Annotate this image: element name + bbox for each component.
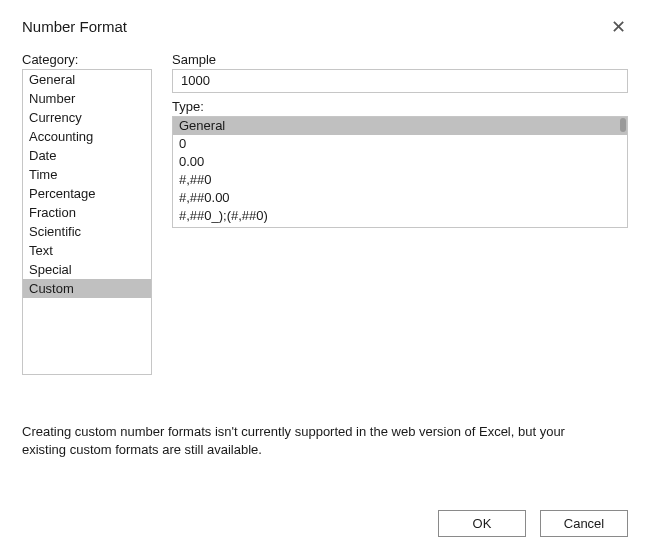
type-item[interactable]: 0	[173, 135, 627, 153]
sample-value: 1000	[172, 69, 628, 93]
number-format-dialog: Number Format ✕ Category: General Number…	[0, 0, 650, 559]
dialog-footer: OK Cancel	[22, 492, 628, 559]
scrollbar-thumb[interactable]	[620, 118, 626, 132]
dialog-header: Number Format ✕	[22, 18, 628, 36]
category-item-custom[interactable]: Custom	[23, 279, 151, 298]
ok-button[interactable]: OK	[438, 510, 526, 537]
cancel-button[interactable]: Cancel	[540, 510, 628, 537]
type-item[interactable]: General	[173, 117, 627, 135]
dialog-body: Category: General Number Currency Accoun…	[22, 52, 628, 375]
sample-label: Sample	[172, 52, 628, 67]
category-item-general[interactable]: General	[23, 70, 151, 89]
category-column: Category: General Number Currency Accoun…	[22, 52, 152, 375]
dialog-title: Number Format	[22, 18, 127, 35]
type-item[interactable]: 0.00	[173, 153, 627, 171]
category-label: Category:	[22, 52, 152, 67]
type-item[interactable]: #,##0	[173, 171, 627, 189]
type-item[interactable]: #,##0.00	[173, 189, 627, 207]
category-item-currency[interactable]: Currency	[23, 108, 151, 127]
category-item-date[interactable]: Date	[23, 146, 151, 165]
category-item-number[interactable]: Number	[23, 89, 151, 108]
category-item-percentage[interactable]: Percentage	[23, 184, 151, 203]
category-list[interactable]: General Number Currency Accounting Date …	[22, 69, 152, 375]
type-label: Type:	[172, 99, 628, 114]
type-item[interactable]: #,##0_);[Red](#,##0)	[173, 225, 627, 228]
type-list[interactable]: General 0 0.00 #,##0 #,##0.00 #,##0_);(#…	[172, 116, 628, 228]
right-column: Sample 1000 Type: General 0 0.00 #,##0 #…	[172, 52, 628, 375]
category-item-text[interactable]: Text	[23, 241, 151, 260]
category-item-accounting[interactable]: Accounting	[23, 127, 151, 146]
category-item-scientific[interactable]: Scientific	[23, 222, 151, 241]
close-icon[interactable]: ✕	[609, 18, 628, 36]
category-item-fraction[interactable]: Fraction	[23, 203, 151, 222]
category-item-time[interactable]: Time	[23, 165, 151, 184]
info-text: Creating custom number formats isn't cur…	[22, 423, 628, 458]
category-item-special[interactable]: Special	[23, 260, 151, 279]
type-item[interactable]: #,##0_);(#,##0)	[173, 207, 627, 225]
